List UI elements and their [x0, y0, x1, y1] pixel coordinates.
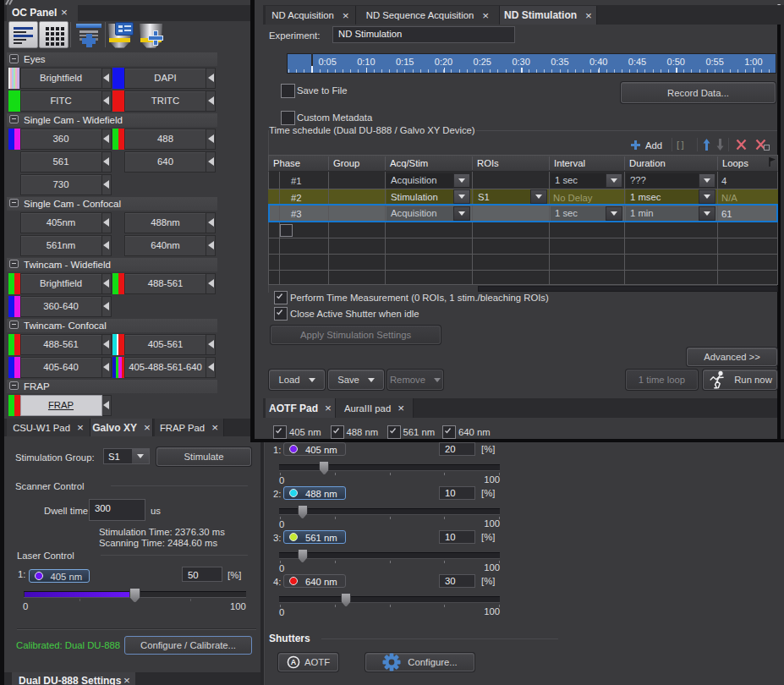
svg-text:A: A: [291, 658, 297, 666]
